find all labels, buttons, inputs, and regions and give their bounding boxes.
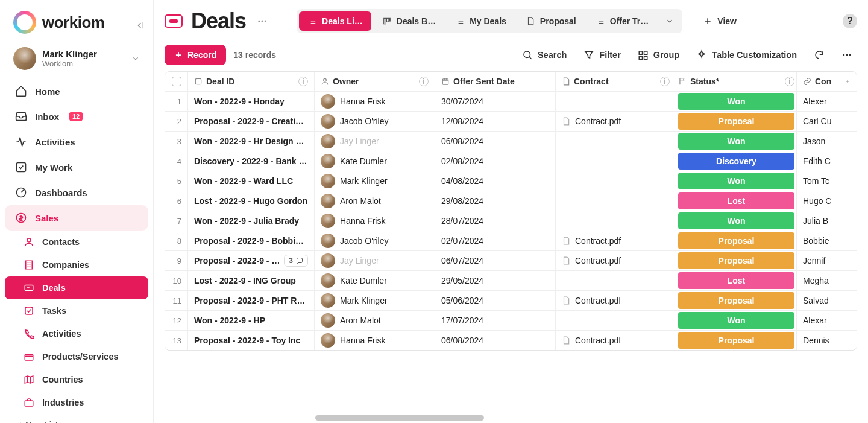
offer-date[interactable]: 06/07/2024	[435, 251, 556, 270]
owner-cell[interactable]: Mark Klinger	[315, 291, 435, 310]
table-row[interactable]: 6 Lost - 2022-9 - Hugo Gordon Aron Malot…	[165, 191, 857, 211]
add-column-button[interactable]	[838, 72, 857, 91]
status-cell[interactable]: Lost	[676, 191, 797, 211]
status-cell[interactable]: Proposal	[676, 331, 797, 350]
table-row[interactable]: 11 Proposal - 2022-9 - PHT Rea… Mark Kli…	[165, 291, 857, 311]
new-list-button[interactable]: + New List	[0, 414, 153, 423]
owner-cell[interactable]: Aron Malot	[315, 191, 435, 211]
contract-cell[interactable]: Contract.pdf	[556, 251, 676, 270]
offer-date[interactable]: 02/07/2024	[435, 231, 556, 250]
offer-date[interactable]: 28/07/2024	[435, 211, 556, 231]
table-row[interactable]: 4 Discovery - 2022-9 - Bank of… Kate Dum…	[165, 151, 857, 171]
owner-cell[interactable]: Jacob O'riley	[315, 112, 435, 131]
collapse-sidebar-button[interactable]	[133, 18, 147, 33]
customize-button[interactable]: Table Customization	[691, 46, 802, 64]
user-switcher[interactable]: Mark Klinger Workiom	[0, 42, 153, 78]
contact-cell[interactable]: Dennis	[797, 331, 838, 350]
offer-date[interactable]: 02/08/2024	[435, 151, 556, 171]
deal-name[interactable]: Won - 2022-9 - Ward LLC	[188, 171, 315, 191]
tab-deals-list[interactable]: Deals Li…	[299, 11, 371, 31]
offer-date[interactable]: 29/05/2024	[435, 271, 556, 290]
info-icon[interactable]: i	[419, 77, 429, 86]
contact-cell[interactable]: Julia B	[797, 211, 838, 231]
status-cell[interactable]: Lost	[676, 271, 797, 290]
table-row[interactable]: 10 Lost - 2022-9 - ING Group Kate Dumler…	[165, 271, 857, 291]
table-row[interactable]: 3 Won - 2022-9 - Hr Design Se… Jay Linge…	[165, 132, 857, 151]
owner-cell[interactable]: Mark Klinger	[315, 171, 435, 191]
sidebar-item-contacts[interactable]: Contacts	[5, 231, 148, 253]
title-more-button[interactable]	[254, 13, 270, 29]
info-icon[interactable]: i	[298, 77, 308, 86]
status-cell[interactable]: Won	[676, 311, 797, 330]
contract-cell[interactable]	[556, 92, 676, 111]
sidebar-item-deals[interactable]: Deals	[5, 276, 148, 299]
add-record-button[interactable]: Record	[165, 45, 226, 65]
contact-cell[interactable]: Salvad	[797, 291, 838, 310]
deal-name[interactable]: Lost - 2022-9 - Hugo Gordon	[188, 191, 315, 211]
status-cell[interactable]: Won	[676, 132, 797, 151]
status-cell[interactable]: Proposal	[676, 251, 797, 270]
horizontal-scrollbar[interactable]	[165, 415, 857, 421]
col-offer-date[interactable]: Offer Sent Date	[435, 72, 556, 91]
status-cell[interactable]: Proposal	[676, 291, 797, 310]
owner-cell[interactable]: Hanna Frisk	[315, 92, 435, 111]
table-row[interactable]: 7 Won - 2022-9 - Julia Brady Hanna Frisk…	[165, 211, 857, 231]
deal-name[interactable]: Proposal - 2022-9 - Toy Inc	[188, 331, 315, 350]
contact-cell[interactable]: Jason	[797, 132, 838, 151]
contract-cell[interactable]	[556, 132, 676, 151]
contract-cell[interactable]	[556, 191, 676, 211]
contract-cell[interactable]: Contract.pdf	[556, 331, 676, 350]
nav-inbox[interactable]: Inbox 12	[5, 104, 148, 129]
deal-name[interactable]: Proposal - 2022-9 - Creative…	[188, 112, 315, 131]
nav-mywork[interactable]: My Work	[5, 154, 148, 180]
contract-cell[interactable]: Contract.pdf	[556, 231, 676, 250]
deal-name[interactable]: Proposal - 2022-9 - Sc…3	[188, 251, 315, 270]
offer-date[interactable]: 06/08/2024	[435, 132, 556, 151]
table-row[interactable]: 8 Proposal - 2022-9 - Bobbie … Jacob O'r…	[165, 231, 857, 251]
contact-cell[interactable]: Megha	[797, 271, 838, 290]
nav-home[interactable]: Home	[5, 78, 148, 104]
search-button[interactable]: Search	[517, 46, 571, 64]
sidebar-item-products[interactable]: Products/Services	[5, 345, 148, 368]
nav-sales[interactable]: Sales	[5, 205, 148, 231]
status-cell[interactable]: Discovery	[676, 151, 797, 171]
deal-name[interactable]: Won - 2022-9 - Hr Design Se…	[188, 132, 315, 151]
deal-name[interactable]: Won - 2022-9 - Julia Brady	[188, 211, 315, 231]
contract-cell[interactable]: Contract.pdf	[556, 291, 676, 310]
owner-cell[interactable]: Jay Linger	[315, 132, 435, 151]
col-contract[interactable]: Contracti	[556, 72, 676, 91]
add-view-button[interactable]: View	[696, 11, 744, 31]
owner-cell[interactable]: Kate Dumler	[315, 151, 435, 171]
contact-cell[interactable]: Bobbie	[797, 231, 838, 250]
table-row[interactable]: 5 Won - 2022-9 - Ward LLC Mark Klinger 0…	[165, 171, 857, 191]
sidebar-item-industries[interactable]: Industries	[5, 391, 148, 414]
deal-name[interactable]: Won - 2022-9 - Honday	[188, 92, 315, 111]
owner-cell[interactable]: Jay Linger	[315, 251, 435, 270]
status-cell[interactable]: Won	[676, 171, 797, 191]
owner-cell[interactable]: Hanna Frisk	[315, 211, 435, 231]
select-all[interactable]	[165, 72, 188, 91]
owner-cell[interactable]: Jacob O'riley	[315, 231, 435, 250]
deal-name[interactable]: Proposal - 2022-9 - PHT Rea…	[188, 291, 315, 310]
contract-cell[interactable]	[556, 311, 676, 330]
owner-cell[interactable]: Hanna Frisk	[315, 331, 435, 350]
contact-cell[interactable]: Edith C	[797, 151, 838, 171]
deal-name[interactable]: Lost - 2022-9 - ING Group	[188, 271, 315, 290]
comments-chip[interactable]: 3	[284, 255, 308, 267]
sidebar-item-tasks[interactable]: Tasks	[5, 299, 148, 322]
contract-cell[interactable]	[556, 171, 676, 191]
contact-cell[interactable]: Jennif	[797, 251, 838, 270]
col-deal[interactable]: Deal IDi	[188, 72, 315, 91]
owner-cell[interactable]: Aron Malot	[315, 311, 435, 330]
table-row[interactable]: 9 Proposal - 2022-9 - Sc…3 Jay Linger 06…	[165, 251, 857, 271]
contact-cell[interactable]: Hugo C	[797, 191, 838, 211]
offer-date[interactable]: 04/08/2024	[435, 171, 556, 191]
contract-cell[interactable]: Contract.pdf	[556, 112, 676, 131]
nav-activities[interactable]: Activities	[5, 129, 148, 154]
contract-cell[interactable]	[556, 271, 676, 290]
table-row[interactable]: 12 Won - 2022-9 - HP Aron Malot 17/07/20…	[165, 311, 857, 331]
status-cell[interactable]: Proposal	[676, 112, 797, 131]
sidebar-item-countries[interactable]: Countries	[5, 368, 148, 391]
status-cell[interactable]: Won	[676, 92, 797, 111]
status-cell[interactable]: Proposal	[676, 231, 797, 250]
